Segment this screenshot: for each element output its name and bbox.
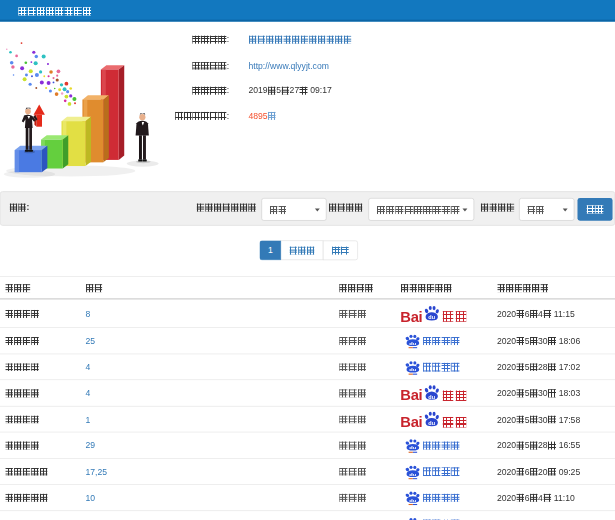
svg-text:du: du bbox=[409, 367, 416, 372]
svg-text:du: du bbox=[428, 394, 435, 400]
svg-text:du: du bbox=[409, 341, 416, 346]
svg-text:du: du bbox=[428, 420, 435, 426]
svg-text:du: du bbox=[428, 314, 435, 320]
svg-text:du: du bbox=[409, 472, 416, 477]
svg-text:du: du bbox=[409, 498, 416, 503]
svg-text:du: du bbox=[409, 445, 416, 450]
